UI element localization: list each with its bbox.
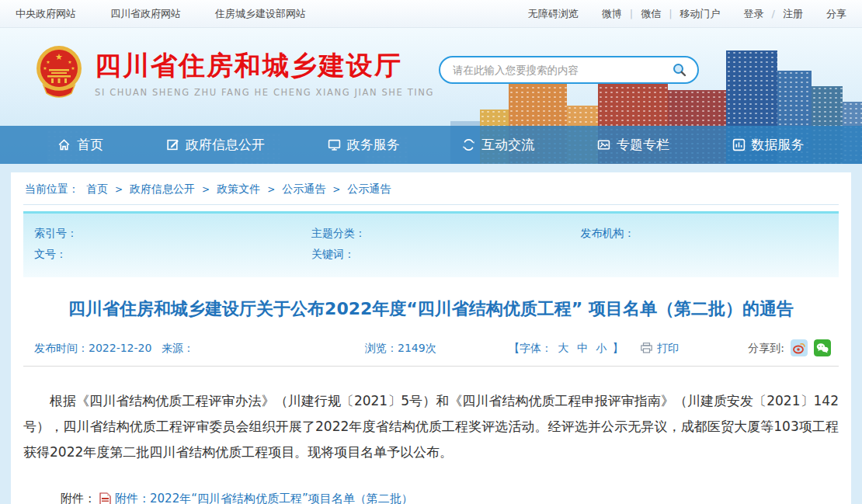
- print-icon: [641, 342, 652, 353]
- nav-label: 专题专栏: [617, 136, 669, 154]
- meta-label: 发布机构：: [581, 227, 635, 239]
- print-label: 打印: [657, 338, 679, 358]
- svg-text:★: ★: [43, 65, 47, 71]
- nav-label: 政府信息公开: [186, 136, 265, 154]
- separator: |: [630, 8, 633, 19]
- mobile-portal-link[interactable]: 移动门户: [680, 7, 721, 21]
- meta-label: 索引号：: [34, 227, 78, 239]
- meta-label: 关键词：: [311, 248, 355, 260]
- share-label: 分享到:: [748, 338, 784, 358]
- font-size-control: 【字体： 大 中 小 】: [509, 338, 624, 358]
- font-size-small-button[interactable]: 小: [596, 342, 607, 354]
- top-utility-bar: 中央政府网站 四川省政府网站 住房城乡建设部网站 无障碍浏览 微博 | 微信 |…: [0, 0, 862, 28]
- publish-time: 发布时间：2022-12-20: [34, 338, 151, 358]
- site-logo[interactable]: ★ ★ ★ ★ ★ 四川省住房和城乡建设厅 SI CHUAN SHENG ZHU…: [34, 45, 434, 101]
- nav-item-topics[interactable]: 专题专栏: [597, 136, 669, 154]
- meta-topic-category: 主题分类：: [301, 223, 570, 244]
- meta-divider: [23, 366, 839, 367]
- breadcrumb-item-notices[interactable]: 公示通告: [282, 182, 325, 196]
- weibo-link[interactable]: 微博: [602, 7, 622, 21]
- svg-text:★: ★: [55, 52, 63, 62]
- attachment-link[interactable]: 附件：2022年“四川省结构优质工程”项目名单（第二批）: [115, 492, 413, 504]
- search-button[interactable]: [671, 61, 688, 78]
- article-body: 根据《四川省结构优质工程评审办法》（川建行规〔2021〕5号）和《四川省结构优质…: [23, 388, 839, 465]
- national-emblem-icon: ★ ★ ★ ★ ★: [34, 45, 84, 101]
- meta-issuing-agency: 发布机构：: [570, 223, 839, 244]
- font-size-medium-button[interactable]: 中: [577, 342, 588, 354]
- attachment-row: 附件： 附件：2022年“四川省结构优质工程”项目名单（第二批）: [23, 492, 839, 504]
- view-count: 浏览：2149次: [365, 338, 436, 358]
- main-nav: 首页 政府信息公开 政务服务 互动交流: [0, 126, 862, 164]
- share-link[interactable]: 分享: [826, 7, 846, 21]
- nav-item-interaction[interactable]: 互动交流: [462, 136, 534, 154]
- weibo-share-icon[interactable]: [791, 339, 808, 356]
- breadcrumb-separator: >: [332, 184, 340, 195]
- font-prefix: 【字体：: [509, 342, 552, 354]
- breadcrumb: 当前位置： 首页 > 政府信息公开 > 政策文件 > 公示通告 > 公示通告: [23, 172, 839, 205]
- breadcrumb-item-policy-docs[interactable]: 政策文件: [217, 182, 260, 196]
- meta-keywords: 关键词：: [301, 244, 570, 265]
- login-separator: /: [772, 8, 775, 19]
- font-size-large-button[interactable]: 大: [558, 342, 568, 354]
- home-icon: [57, 138, 71, 151]
- article-meta-row: 发布时间：2022-12-20 来源： 浏览：2149次 【字体： 大 中 小 …: [23, 338, 839, 358]
- data-services-icon: [732, 138, 746, 151]
- site-header: ★ ★ ★ ★ ★ 四川省住房和城乡建设厅 SI CHUAN SHENG ZHU…: [0, 28, 862, 126]
- login-link[interactable]: 登录: [744, 7, 764, 21]
- link-sichuan-gov[interactable]: 四川省政府网站: [110, 7, 181, 21]
- meta-empty-cell: [570, 244, 839, 265]
- site-banner: ★ ★ ★ ★ ★ 四川省住房和城乡建设厅 SI CHUAN SHENG ZHU…: [0, 28, 862, 164]
- source-label: 来源：: [162, 338, 194, 358]
- gov-services-icon: [328, 138, 341, 151]
- nav-label: 互动交流: [481, 136, 534, 154]
- search-icon: [672, 62, 687, 78]
- meta-doc-number: 文号：: [23, 244, 301, 265]
- search-box: [439, 56, 699, 84]
- nav-label: 首页: [77, 136, 103, 154]
- breadcrumb-separator: >: [202, 184, 210, 195]
- breadcrumb-separator: >: [115, 184, 123, 195]
- font-suffix: 】: [613, 342, 624, 354]
- nav-item-data-services[interactable]: 数据服务: [732, 136, 805, 154]
- nav-label: 数据服务: [752, 136, 805, 154]
- topbar-left-links: 中央政府网站 四川省政府网站 住房城乡建设部网站: [16, 7, 306, 21]
- topbar-right-links: 无障碍浏览 微博 | 微信 | 移动门户 登录 / 注册 分享: [528, 7, 846, 21]
- meta-label: 文号：: [34, 248, 67, 260]
- breadcrumb-item-info-disclosure[interactable]: 政府信息公开: [130, 182, 195, 196]
- accessibility-link[interactable]: 无障碍浏览: [528, 7, 579, 21]
- site-title: 四川省住房和城乡建设厅: [95, 51, 434, 80]
- meta-label: 主题分类：: [311, 227, 366, 239]
- svg-text:★: ★: [71, 65, 75, 71]
- breadcrumb-item-home[interactable]: 首页: [86, 182, 108, 196]
- search-input[interactable]: [453, 64, 671, 76]
- meta-index-number: 索引号：: [23, 223, 301, 244]
- nav-item-info-disclosure[interactable]: 政府信息公开: [166, 136, 265, 154]
- nav-item-gov-services[interactable]: 政务服务: [328, 136, 400, 154]
- register-link[interactable]: 注册: [783, 7, 803, 21]
- social-links-group: 微博 | 微信 | 移动门户: [602, 7, 721, 21]
- breadcrumb-item-notices-2[interactable]: 公示通告: [347, 182, 391, 196]
- nav-item-home[interactable]: 首页: [57, 136, 103, 154]
- nav-label: 政务服务: [347, 136, 400, 154]
- document-meta-box: 索引号： 主题分类： 发布机构： 文号： 关键词：: [23, 211, 839, 277]
- share-bar: 分享到:: [748, 338, 831, 358]
- wechat-share-icon[interactable]: [814, 339, 831, 356]
- breadcrumb-label: 当前位置：: [25, 182, 79, 196]
- link-central-gov[interactable]: 中央政府网站: [16, 7, 76, 21]
- wechat-link[interactable]: 微信: [641, 7, 661, 21]
- attachment-label: 附件：: [61, 492, 96, 504]
- site-title-block: 四川省住房和城乡建设厅 SI CHUAN SHENG ZHU FANG HE C…: [95, 45, 434, 98]
- article-title: 四川省住房和城乡建设厅关于公布2022年度“四川省结构优质工程” 项目名单（第二…: [23, 297, 839, 321]
- content-panel: 当前位置： 首页 > 政府信息公开 > 政策文件 > 公示通告 > 公示通告 索…: [11, 172, 851, 504]
- info-disclosure-icon: [166, 138, 179, 151]
- link-mohurd[interactable]: 住房城乡建设部网站: [215, 7, 306, 21]
- print-button[interactable]: 打印: [641, 338, 679, 358]
- pdf-file-icon: [99, 492, 111, 504]
- site-subtitle-pinyin: SI CHUAN SHENG ZHU FANG HE CHENG XIANG J…: [95, 87, 434, 98]
- breadcrumb-separator: >: [267, 184, 275, 195]
- svg-text:★: ★: [46, 59, 50, 64]
- svg-text:★: ★: [68, 59, 71, 64]
- interaction-icon: [462, 138, 475, 151]
- topics-icon: [597, 138, 610, 151]
- separator: |: [669, 8, 672, 19]
